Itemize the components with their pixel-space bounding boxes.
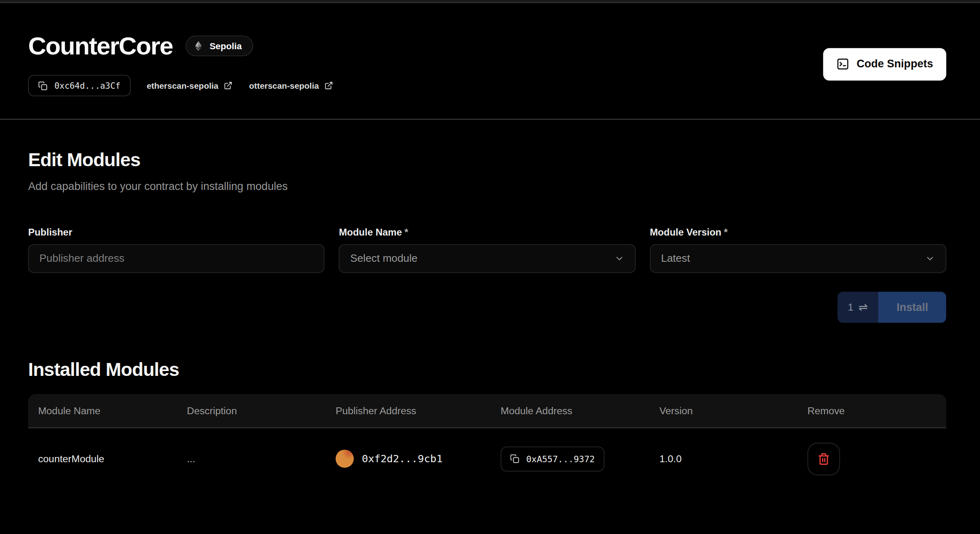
network-badge-label: Sepolia [209,41,242,51]
edit-modules-title: Edit Modules [28,149,946,171]
module-version-label-text: Module Version [650,227,721,237]
remove-cell [798,442,946,475]
column-header-module-address: Module Address [491,405,649,416]
module-address-cell: 0xA557...9372 [491,446,649,471]
network-badge[interactable]: Sepolia [186,35,253,56]
module-version-field-group: Module Version* Latest [650,227,946,273]
page-title: CounterCore [28,32,173,60]
remove-module-button[interactable] [808,442,840,475]
module-address: 0xA557...9372 [526,454,595,464]
contract-links-row: 0xc64d...a3Cf etherscan-sepolia [28,75,823,96]
column-header-publisher-address: Publisher Address [326,405,491,416]
publisher-avatar [336,450,354,468]
ethereum-icon [193,41,204,51]
code-snippets-button[interactable]: Code Snippets [823,48,946,80]
code-snippets-label: Code Snippets [856,57,933,71]
contract-header: CounterCore Sepolia [28,3,946,119]
install-button[interactable]: Install [878,292,946,323]
contract-address: 0xc64d...a3Cf [54,81,121,91]
publisher-address-cell: 0xf2d2...9cb1 [326,450,491,468]
link-label: otterscan-sepolia [249,81,319,90]
column-header-remove: Remove [798,405,946,416]
external-link-icon [325,81,333,90]
contract-title-row: CounterCore Sepolia [28,32,823,60]
contract-address-copy-button[interactable]: 0xc64d...a3Cf [28,75,130,96]
copy-icon [38,81,47,90]
module-address-copy-button[interactable]: 0xA557...9372 [500,446,604,471]
external-link-icon [224,81,233,90]
install-button-group: 1 ⇌ Install [837,292,946,323]
module-name-select[interactable]: Select module [339,244,635,273]
publisher-address-input[interactable] [28,244,325,273]
chevron-down-icon [614,254,624,264]
link-otterscan-sepolia[interactable]: otterscan-sepolia [249,81,333,90]
link-etherscan-sepolia[interactable]: etherscan-sepolia [147,81,232,90]
copy-icon [510,454,519,463]
module-name-label-text: Module Name [339,227,402,237]
trash-icon [817,453,830,465]
edit-modules-section: Edit Modules Add capabilities to your co… [28,120,946,323]
install-module-form: Publisher Module Name* Select module [28,227,946,273]
module-name-label: Module Name* [339,227,635,238]
contract-header-left: CounterCore Sepolia [28,32,823,96]
publisher-label: Publisher [28,227,325,238]
module-version-select-value: Latest [661,252,690,265]
publisher-field-group: Publisher [28,227,325,273]
transaction-count: 1 [848,302,853,313]
installed-modules-section: Installed Modules Module Name Descriptio… [28,359,946,489]
top-nav-edge [0,0,980,3]
module-version-select[interactable]: Latest [650,244,946,273]
transaction-count-badge: 1 ⇌ [837,292,878,323]
link-label: etherscan-sepolia [147,81,218,90]
module-name-cell: counterModule [28,453,177,464]
edit-modules-subtitle: Add capabilities to your contract by ins… [28,180,946,193]
contract-dashboard-page: CounterCore Sepolia [0,0,980,534]
publisher-address: 0xf2d2...9cb1 [362,453,443,465]
table-header-row: Module Name Description Publisher Addres… [28,394,946,428]
version-cell: 1.0.0 [649,453,798,464]
installed-modules-title: Installed Modules [28,359,946,380]
install-actions-row: 1 ⇌ Install [28,292,946,323]
table-row: counterModule ... 0xf2d2...9cb1 [28,428,946,489]
module-name-select-value: Select module [350,252,418,265]
terminal-square-icon [837,57,850,71]
column-header-module-name: Module Name [28,405,177,416]
chevron-down-icon [925,254,935,264]
description-cell: ... [177,453,326,464]
swap-arrows-icon: ⇌ [859,302,868,313]
installed-modules-table: Module Name Description Publisher Addres… [28,394,946,489]
required-asterisk: * [724,227,727,237]
column-header-description: Description [177,405,326,416]
column-header-version: Version [649,405,798,416]
required-asterisk: * [404,227,408,237]
module-name-field-group: Module Name* Select module [339,227,635,273]
module-version-label: Module Version* [650,227,946,238]
